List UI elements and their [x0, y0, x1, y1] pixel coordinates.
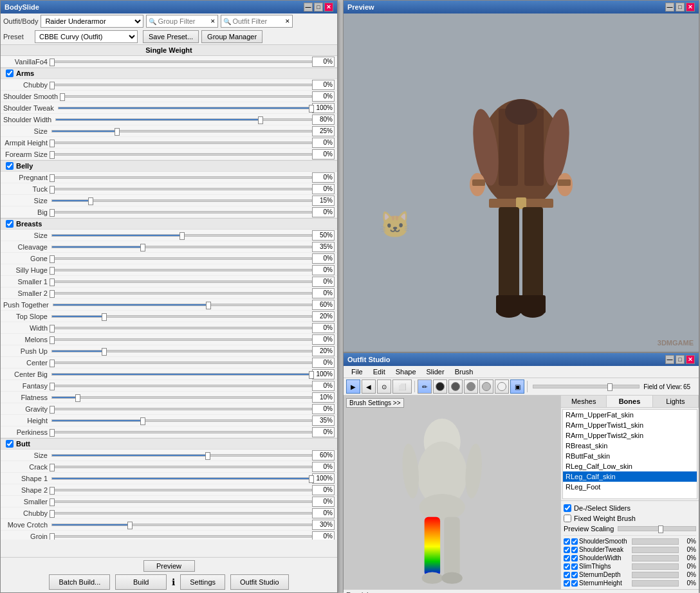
os-menu-file[interactable]: File	[346, 367, 368, 376]
width-breasts-track[interactable]	[51, 327, 312, 329]
maximize-btn[interactable]: □	[314, 3, 323, 12]
batch-build-btn[interactable]: Batch Build...	[49, 574, 110, 590]
big-belly-value[interactable]: 0%	[312, 207, 335, 217]
tuck-track[interactable]	[51, 188, 312, 190]
smaller-butt-value[interactable]: 0%	[312, 497, 335, 507]
sternum-height-os-checkbox[interactable]	[564, 580, 570, 587]
size-butt-value[interactable]: 60%	[312, 450, 335, 461]
pregnant-track[interactable]	[51, 176, 312, 179]
armpit-height-value[interactable]: 0%	[312, 138, 335, 148]
shoulder-smooth-track[interactable]	[62, 95, 312, 98]
tool-back-btn[interactable]: ◀	[362, 379, 376, 394]
sternum-height-os-checkbox2[interactable]	[571, 580, 578, 587]
mesh-list[interactable]: RArm_UpperFat_skin RArm_UpperTwist1_skin…	[562, 409, 697, 499]
push-together-track[interactable]	[53, 304, 312, 306]
outfit-filter-clear-icon[interactable]: ✕	[285, 18, 290, 24]
preview-maximize-btn[interactable]: □	[676, 3, 685, 12]
info-icon[interactable]: ℹ	[172, 577, 175, 587]
slim-thighs-os-checkbox[interactable]	[564, 563, 570, 570]
shoulder-smooth-os-checkbox2[interactable]	[571, 538, 578, 545]
os-minimize-btn[interactable]: —	[665, 355, 674, 364]
outfit-filter-input[interactable]	[232, 17, 284, 25]
smaller2-track[interactable]	[51, 292, 312, 295]
os-menu-brush[interactable]: Brush	[450, 367, 479, 376]
move-crotch-value[interactable]: 30%	[312, 520, 335, 530]
close-btn[interactable]: ✕	[324, 3, 333, 12]
size-arms-track[interactable]	[51, 130, 312, 132]
size-breasts-value[interactable]: 50%	[312, 230, 335, 241]
gravity-value[interactable]: 0%	[312, 404, 335, 414]
shoulder-width-os-checkbox2[interactable]	[571, 555, 578, 561]
sternum-depth-os-checkbox[interactable]	[564, 572, 570, 578]
group-manager-btn[interactable]: Group Manager	[201, 30, 262, 43]
preview-content[interactable]: 3DMGAME 🐱	[344, 14, 699, 352]
group-filter-clear-icon[interactable]: ✕	[210, 18, 216, 24]
crack-track[interactable]	[51, 466, 312, 468]
pregnant-value[interactable]: 0%	[312, 172, 335, 183]
forearm-size-track[interactable]	[51, 153, 312, 156]
shoulder-width-os-track[interactable]	[632, 555, 679, 561]
silly-huge-value[interactable]: 0%	[312, 265, 335, 275]
arms-checkbox[interactable]	[6, 69, 14, 77]
tool-white-circle[interactable]	[495, 379, 509, 394]
tool-gray-circle[interactable]	[464, 379, 478, 394]
preview-minimize-btn[interactable]: —	[665, 3, 674, 12]
chubby-butt-track[interactable]	[51, 512, 312, 515]
breasts-checkbox[interactable]	[6, 220, 14, 228]
mesh-item-rleg-foot[interactable]: RLeg_Foot	[563, 482, 697, 492]
tool-black-circle[interactable]	[433, 379, 447, 394]
minimize-btn[interactable]: —	[304, 3, 313, 12]
butt-checkbox[interactable]	[6, 440, 14, 448]
fov-slider-track[interactable]	[533, 385, 640, 388]
shoulder-smooth-os-track[interactable]	[632, 538, 679, 545]
mesh-item-rarm-uppertwist1[interactable]: RArm_UpperTwist1_skin	[563, 420, 697, 430]
size-breasts-track[interactable]	[51, 234, 312, 237]
shoulder-smooth-os-checkbox[interactable]	[564, 538, 570, 545]
os-viewport[interactable]: Brush Settings >>	[344, 396, 560, 589]
sliders-area[interactable]: VanillaFo4 0% Arms Chubby 0% Shoulder Sm…	[1, 56, 337, 540]
mesh-item-rarm-upperfat[interactable]: RArm_UpperFat_skin	[563, 410, 697, 420]
shoulder-tweak-os-track[interactable]	[632, 547, 679, 553]
chubby-arms-track[interactable]	[51, 84, 312, 86]
tool-mask-btn[interactable]: ▣	[510, 379, 524, 394]
mesh-item-rbreast[interactable]: RBreast_skin	[563, 441, 697, 451]
preset-select[interactable]: CBBE Curvy (Outfit)	[35, 30, 138, 43]
center-track[interactable]	[51, 361, 312, 364]
os-close-btn[interactable]: ✕	[686, 355, 695, 364]
size-belly-value[interactable]: 15%	[312, 196, 335, 206]
outfit-body-select[interactable]: Raider Underarmor	[41, 15, 143, 28]
os-menu-edit[interactable]: Edit	[368, 367, 391, 376]
push-together-value[interactable]: 60%	[312, 300, 335, 310]
mesh-item-rleg-calflow[interactable]: RLeg_Calf_Low_skin	[563, 461, 697, 471]
shoulder-width-os-checkbox[interactable]	[564, 555, 570, 561]
build-btn[interactable]: Build	[115, 574, 167, 590]
outfit-studio-btn[interactable]: Outfit Studio	[230, 574, 289, 590]
mesh-item-rbuttfat[interactable]: RButtFat_skin	[563, 451, 697, 461]
fantasy-track[interactable]	[51, 385, 312, 387]
shape1-track[interactable]	[51, 477, 312, 480]
shoulder-tweak-os-checkbox2[interactable]	[571, 547, 578, 553]
crack-value[interactable]: 0%	[312, 462, 335, 472]
os-maximize-btn[interactable]: □	[676, 355, 685, 364]
gone-track[interactable]	[51, 257, 312, 260]
tab-meshes[interactable]: Meshes	[561, 396, 607, 407]
tool-darkgray-circle[interactable]	[448, 379, 463, 394]
big-belly-track[interactable]	[51, 211, 312, 214]
height-breasts-track[interactable]	[51, 419, 312, 422]
forearm-size-value[interactable]: 0%	[312, 149, 335, 160]
de-select-sliders-checkbox[interactable]	[564, 504, 571, 512]
chubby-butt-value[interactable]: 0%	[312, 508, 335, 518]
groin-track[interactable]	[51, 535, 312, 538]
mesh-item-rarm-uppertwist2[interactable]: RArm_UpperTwist2_skin	[563, 430, 697, 441]
tool-pencil-btn[interactable]: ✏	[418, 379, 432, 394]
push-up-value[interactable]: 20%	[312, 346, 335, 356]
shape1-value[interactable]: 100%	[312, 473, 335, 484]
shoulder-width-track[interactable]	[55, 118, 312, 121]
silly-huge-track[interactable]	[51, 269, 312, 271]
shoulder-tweak-os-checkbox[interactable]	[564, 547, 570, 553]
sternum-height-os-track[interactable]	[632, 580, 679, 587]
shoulder-tweak-track[interactable]	[58, 107, 312, 109]
cleavage-track[interactable]	[51, 246, 312, 248]
cleavage-value[interactable]: 35%	[312, 242, 335, 252]
melons-value[interactable]: 0%	[312, 334, 335, 345]
